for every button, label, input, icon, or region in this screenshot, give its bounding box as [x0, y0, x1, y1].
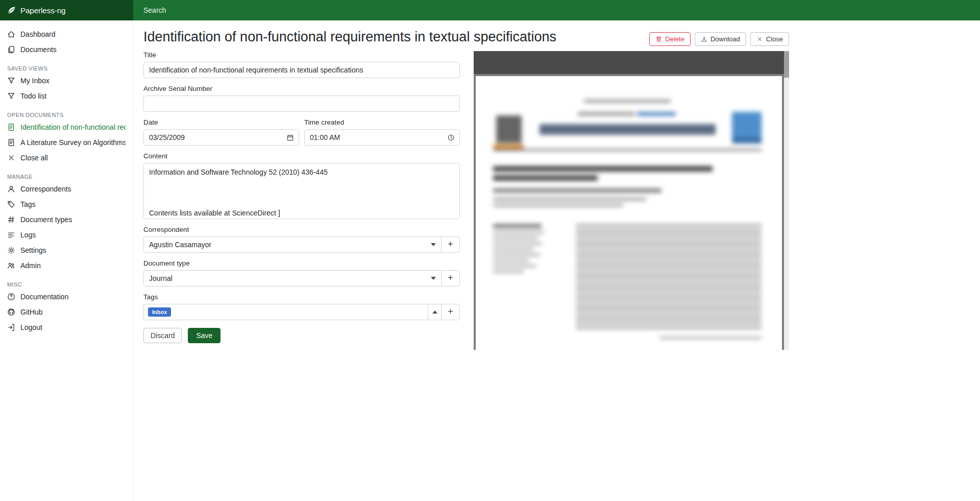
add-tag-button[interactable]: + — [441, 304, 460, 320]
list-icon — [7, 231, 15, 239]
blur-shape — [493, 243, 542, 245]
misc-header: MISC — [0, 280, 133, 289]
blur-shape — [493, 271, 524, 273]
tags-input[interactable]: Inbox — [143, 304, 428, 320]
blur-shape — [578, 112, 635, 116]
house-icon — [7, 30, 15, 38]
delete-button[interactable]: Delete — [649, 32, 691, 46]
open-documents-header: OPEN DOCUMENTS — [0, 110, 133, 120]
page-title: Identification of non-functional require… — [143, 29, 556, 45]
sidebar-item-admin[interactable]: Admin — [0, 258, 133, 273]
main-content: Identification of non-functional require… — [133, 20, 789, 501]
clock-icon[interactable] — [447, 134, 455, 141]
sidebar-item-document-types[interactable]: Document types — [0, 212, 133, 227]
sidebar-item-logs[interactable]: Logs — [0, 227, 133, 243]
blur-shape — [493, 259, 529, 261]
caret-down-icon — [431, 277, 436, 280]
page-header: Identification of non-functional require… — [143, 29, 789, 46]
gear-icon — [7, 246, 15, 254]
blur-shape — [576, 235, 762, 237]
blur-shape — [576, 241, 762, 243]
blur-shape — [576, 283, 762, 286]
tag-badge-inbox[interactable]: Inbox — [148, 307, 171, 317]
preview-scrollbar-track[interactable] — [784, 51, 789, 350]
files-icon — [7, 45, 15, 54]
download-button[interactable]: Download — [695, 32, 746, 46]
blur-shape — [576, 246, 762, 248]
blur-shape — [493, 198, 646, 201]
tags-dropdown-button[interactable] — [428, 304, 442, 320]
sidebar-item-github[interactable]: GitHub — [0, 304, 133, 320]
time-created-label: Time created — [304, 118, 460, 126]
correspondent-label: Correspondent — [143, 226, 460, 233]
blur-shape — [493, 231, 544, 233]
close-icon — [756, 36, 763, 42]
blur-shape — [493, 149, 762, 151]
add-correspondent-button[interactable]: + — [441, 236, 460, 253]
sidebar: Dashboard Documents SAVED VIEWS My Inbox… — [0, 20, 133, 501]
blur-shape — [576, 224, 762, 227]
pdf-page — [476, 76, 782, 350]
save-button[interactable]: Save — [188, 328, 220, 343]
title-label: Title — [143, 51, 460, 59]
search-input[interactable] — [133, 0, 491, 20]
download-icon — [701, 36, 707, 42]
date-label: Date — [143, 118, 299, 126]
sidebar-item-open-doc-2[interactable]: A Literature Survey on Algorithms for Mu… — [0, 135, 133, 150]
sidebar-item-close-all[interactable]: Close all — [0, 150, 133, 165]
date-input[interactable]: 03/25/2009 — [143, 129, 299, 146]
trash-icon — [655, 36, 662, 42]
brand-link[interactable]: Paperless-ng — [0, 0, 133, 20]
sidebar-item-documents[interactable]: Documents — [0, 42, 133, 57]
blur-shape — [659, 337, 762, 339]
sidebar-item-tags[interactable]: Tags — [0, 197, 133, 212]
blur-shape — [540, 124, 716, 135]
add-document-type-button[interactable]: + — [441, 270, 460, 287]
pdf-viewport[interactable] — [474, 74, 784, 350]
door-logout-icon — [7, 323, 15, 331]
title-input[interactable] — [143, 62, 460, 78]
blur-shape — [493, 166, 713, 172]
sidebar-item-logout[interactable]: Logout — [0, 320, 133, 335]
tags-label: Tags — [143, 293, 460, 301]
blur-shape — [576, 267, 762, 270]
question-circle-icon — [7, 293, 15, 301]
blur-shape — [576, 299, 762, 302]
blur-shape — [493, 265, 536, 267]
blur-shape — [576, 316, 762, 318]
github-icon — [7, 308, 15, 316]
blur-shape — [493, 237, 538, 239]
blur-shape — [496, 115, 522, 143]
blur-shape — [576, 289, 762, 291]
discard-button[interactable]: Discard — [143, 328, 182, 343]
close-button[interactable]: Close — [750, 32, 789, 46]
blur-shape — [493, 254, 540, 256]
sidebar-item-dashboard[interactable]: Dashboard — [0, 27, 133, 42]
correspondent-select[interactable]: Agustin Casamayor — [143, 236, 442, 253]
brand-leaf-icon — [7, 6, 16, 15]
blur-shape — [576, 326, 762, 329]
top-navbar: Paperless-ng — [0, 0, 980, 20]
archive-serial-number-input[interactable] — [143, 96, 460, 112]
calendar-icon[interactable] — [286, 134, 294, 141]
sidebar-item-correspondents[interactable]: Correspondents — [0, 181, 133, 197]
blur-shape — [493, 188, 662, 193]
time-created-input[interactable]: 01:00 AM — [304, 129, 460, 146]
blur-shape — [493, 175, 598, 181]
sidebar-item-settings[interactable]: Settings — [0, 243, 133, 258]
blur-shape — [732, 137, 762, 144]
asn-label: Archive Serial Number — [143, 85, 460, 92]
sidebar-item-todo-list[interactable]: Todo list — [0, 88, 133, 104]
sidebar-item-my-inbox[interactable]: My Inbox — [0, 73, 133, 88]
blur-shape — [576, 251, 762, 254]
document-type-select[interactable]: Journal — [143, 270, 442, 287]
blur-shape — [576, 230, 762, 232]
pdf-toolbar[interactable] — [474, 51, 784, 74]
blur-shape — [493, 204, 623, 207]
content-textarea[interactable]: Information and Software Technology 52 (… — [143, 163, 460, 219]
preview-scrollbar-thumb[interactable] — [784, 51, 789, 78]
sidebar-item-open-doc-1[interactable]: Identification of non-functional require… — [0, 120, 133, 135]
tag-icon — [7, 200, 15, 208]
sidebar-item-documentation[interactable]: Documentation — [0, 289, 133, 304]
file-text-icon — [7, 123, 15, 131]
